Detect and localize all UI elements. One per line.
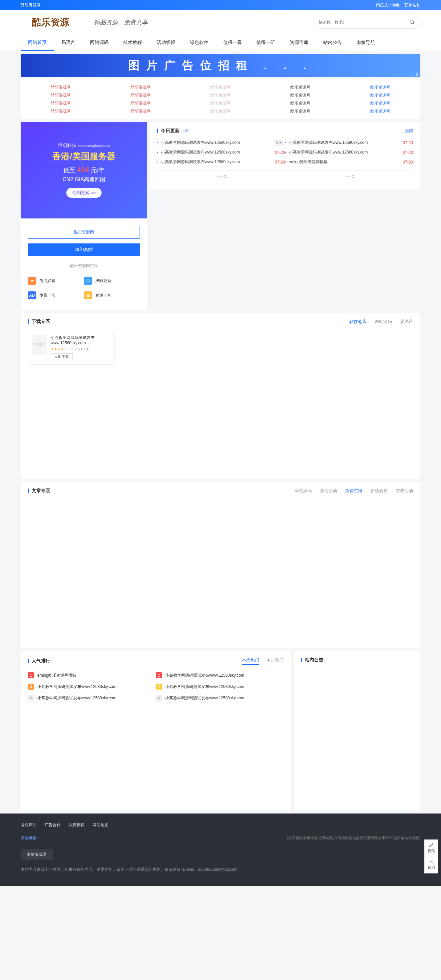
slogan: 精品资源，免费共享	[81, 18, 314, 26]
topbar: 酷乐资源网 南笙技术导航 联系站长	[0, 0, 441, 10]
link-item[interactable]: 酷乐资源网	[341, 91, 420, 99]
tab-source[interactable]: 网站源码	[375, 319, 392, 325]
nav-item[interactable]: 值得一看	[216, 35, 249, 51]
next-page[interactable]: 下一页	[285, 170, 413, 183]
link-item[interactable]: 酷乐资源网	[180, 107, 261, 115]
tab-item[interactable]: 游戏活动	[396, 488, 413, 494]
tab-item[interactable]: 网站源码	[295, 488, 312, 494]
rank-item[interactable]: 3小高教学网源码测试发布www.12580sky.com	[28, 681, 156, 692]
link-item[interactable]: 酷乐资源网	[21, 107, 100, 115]
site-link-button[interactable]: 酷乐资源网	[28, 226, 140, 239]
download-section: 下载专区 软件仓库 网站源码 易语言 暂无图片 小高教学网源码测试发布www.1…	[21, 313, 420, 479]
today-item[interactable]: emlog酷乐资源网模板07-20	[285, 157, 413, 167]
side-card: 酷乐资源网 加入QQ群 酷乐资源网特权 ☰简洁好看 ◷按时更新 AD少量广告 ▦…	[21, 218, 147, 310]
nav-item[interactable]: 技术教程	[116, 35, 149, 51]
svg-point-0	[410, 20, 414, 24]
float-sidebar: 投稿 顶部	[424, 840, 438, 873]
tab-elang[interactable]: 易语言	[400, 319, 413, 325]
nav-item[interactable]: 站内公告	[316, 35, 349, 51]
friend-site-link[interactable]: 南笙资源网	[21, 849, 53, 860]
back-to-top-button[interactable]: 顶部	[425, 856, 438, 873]
today-item[interactable]: 小高教学网源码测试发布www.12580sky.com07-20	[285, 138, 413, 148]
today-item[interactable]: 小高教学网源码测试发布www.12580sky.com07-20	[285, 148, 413, 157]
tab-month[interactable]: 本月热门	[266, 657, 284, 665]
download-card: 暂无图片 小高教学网源码测试发布www.12580sky.com ★★★★☆ /…	[28, 331, 115, 364]
search-box[interactable]	[314, 16, 420, 29]
nav-item[interactable]: 南笙导航	[349, 35, 382, 51]
edit-icon	[429, 843, 434, 848]
link-item[interactable]: 酷乐资源网	[100, 91, 180, 99]
footer-link[interactable]: 广告合作	[45, 822, 60, 828]
update-count-badge: +5	[182, 129, 191, 133]
friend-note: (为了能收录和排名,近期调整,只有排版网站必须百度流量大于8000里目位站长谅解…	[287, 835, 420, 840]
today-item[interactable]: 小高教学网源码测试发布www.12580sky.com07-20	[157, 148, 285, 157]
articles-section: 文章专区 网站源码 其他活动 免费空域 影视会员 游戏活动	[21, 482, 420, 648]
rank-item[interactable]: 5小高教学网源码测试发布www.12580sky.com	[28, 692, 156, 704]
tab-item[interactable]: 影视会员	[370, 488, 388, 494]
friend-label: 友情链接 :	[21, 835, 39, 841]
link-item[interactable]: 酷乐资源网	[261, 107, 341, 115]
link-item[interactable]: 酷乐资源网	[21, 99, 100, 107]
nav-item[interactable]: 值得一听	[249, 35, 282, 51]
svg-line-1	[413, 23, 414, 24]
notice-panel: 站内公告	[294, 651, 420, 811]
footer: 版权声明 广告合作 我要投稿 网站地图 友情链接 : (为了能收录和排名,近期调…	[0, 813, 441, 886]
tab-item[interactable]: 免费空域	[345, 488, 362, 494]
link-item[interactable]: 酷乐资源网	[341, 107, 420, 115]
link-item[interactable]: 酷乐资源网	[180, 83, 261, 91]
link-item[interactable]: 酷乐资源网	[100, 83, 180, 91]
link-item[interactable]: 酷乐资源网	[100, 107, 180, 115]
rank-item[interactable]: 4小高教学网源码测试发布www.12580sky.com	[156, 681, 284, 692]
link-item[interactable]: 酷乐资源网	[341, 99, 420, 107]
copyright: 本站内容来源于互联网，如果有侵权内容、不妥之处，请第一时间联系我们删除。敬请谅解…	[21, 866, 420, 873]
link-item[interactable]: 酷乐资源网	[180, 99, 261, 107]
tab-item[interactable]: 其他活动	[320, 488, 337, 494]
nav-item[interactable]: 易语言	[54, 35, 83, 51]
link-item[interactable]: 酷乐资源网	[21, 83, 100, 91]
link-item[interactable]: 酷乐资源网	[261, 83, 341, 91]
nav-item[interactable]: 活动线报	[149, 35, 183, 51]
rank-panel: 人气排行 本周热门 本月热门 1emlog酷乐资源网模板 2小高教学网源码测试发…	[21, 651, 291, 811]
card-date: 2020-07-20	[70, 347, 89, 351]
promo-button[interactable]: 促销抢购 >>	[66, 188, 102, 198]
tab-software[interactable]: 软件仓库	[349, 319, 367, 325]
link-item[interactable]: 酷乐资源网	[261, 99, 341, 107]
footer-link[interactable]: 版权声明	[21, 822, 37, 828]
today-item[interactable]: 小高教学网源码测试发布www.12580sky.com置顶	[157, 138, 285, 148]
link-item[interactable]: 酷乐资源网	[21, 91, 100, 99]
nav-home[interactable]: 网站首页	[21, 35, 54, 51]
today-panel: 今日更新+5 全部 小高教学网源码测试发布www.12580sky.com置顶 …	[150, 122, 420, 189]
rank-item[interactable]: 2小高教学网源码测试发布www.12580sky.com	[156, 670, 284, 681]
topbar-link-nav[interactable]: 南笙技术导航	[376, 3, 400, 7]
link-item[interactable]: 酷乐资源网	[100, 99, 180, 107]
search-input[interactable]	[319, 20, 409, 25]
today-item[interactable]: 小高教学网源码测试发布www.12580sky.com07-20	[157, 157, 285, 167]
footer-link[interactable]: 我要投稿	[68, 822, 84, 828]
search-icon[interactable]	[409, 19, 416, 25]
nav-item[interactable]: 绿色软件	[183, 35, 216, 51]
topbar-link-contact[interactable]: 联系站长	[404, 3, 420, 7]
join-qq-button[interactable]: 加入QQ群	[28, 243, 140, 256]
prev-page[interactable]: 上一页	[157, 170, 285, 183]
link-item[interactable]: 酷乐资源网	[180, 91, 261, 99]
tab-week[interactable]: 本周热门	[242, 657, 259, 665]
topbar-site[interactable]: 酷乐资源网	[21, 0, 41, 10]
today-title: 今日更新+5	[157, 128, 191, 134]
ad-banner[interactable]: 图片广告位招租 . . . 广告	[21, 54, 420, 77]
card-title[interactable]: 小高教学网源码测试发布www.12580sky.com	[51, 335, 110, 346]
link-item[interactable]: 酷乐资源网	[341, 83, 420, 91]
ad-tag: 广告	[412, 72, 419, 76]
more-link[interactable]: 全部	[405, 128, 413, 134]
logo[interactable]: 酷乐资源	[21, 15, 81, 30]
nav-item[interactable]: 网站源码	[83, 35, 116, 51]
thumb-placeholder: 暂无图片	[32, 335, 47, 355]
footer-link[interactable]: 网站地图	[92, 822, 108, 828]
divider-label: 酷乐资源网特权	[28, 263, 140, 269]
nav-item[interactable]: 资源宝库	[282, 35, 316, 51]
contribute-button[interactable]: 投稿	[425, 840, 438, 856]
download-button[interactable]: 立即下载	[51, 353, 73, 360]
rank-item[interactable]: 6小高教学网源码测试发布www.12580sky.com	[156, 692, 284, 704]
link-item[interactable]: 酷乐资源网	[261, 91, 341, 99]
side-ad-banner[interactable]: 恒创科技 www.henghost.com 香港/美国服务器 低至 414 元/…	[21, 122, 147, 218]
rank-item[interactable]: 1emlog酷乐资源网模板	[28, 670, 156, 681]
